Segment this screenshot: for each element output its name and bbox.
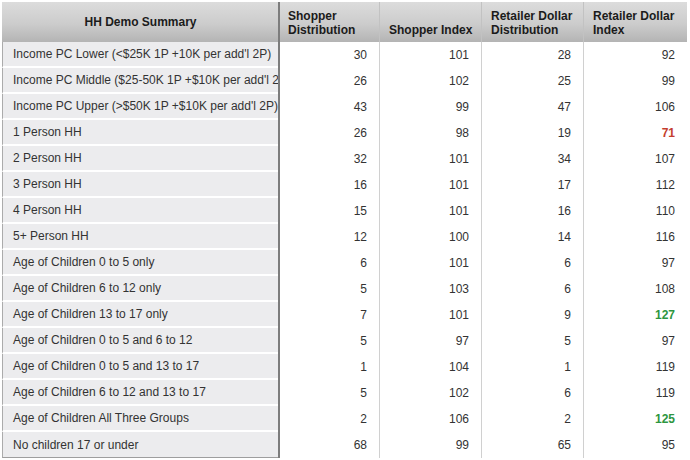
cell-shopper-distribution: 6 xyxy=(279,250,379,276)
table-row: Age of Children 0 to 5 and 6 to 12597597 xyxy=(2,328,687,354)
cell-retailer-dollar-distribution: 5 xyxy=(481,328,583,354)
cell-shopper-index: 101 xyxy=(379,198,481,224)
cell-shopper-distribution: 43 xyxy=(279,94,379,120)
cell-shopper-index: 99 xyxy=(379,432,481,458)
cell-retailer-dollar-distribution: 9 xyxy=(481,302,583,328)
table-row: 5+ Person HH1210014116 xyxy=(2,224,687,250)
cell-retailer-dollar-distribution: 25 xyxy=(481,68,583,94)
table-body: Income PC Lower (<$25K 1P +10K per add'l… xyxy=(2,42,687,458)
cell-shopper-index: 104 xyxy=(379,354,481,380)
column-header-hh-demo-summary: HH Demo Summary xyxy=(2,2,279,42)
cell-shopper-distribution: 2 xyxy=(279,406,379,432)
row-label: 3 Person HH xyxy=(2,172,279,198)
cell-retailer-dollar-distribution: 6 xyxy=(481,380,583,406)
cell-shopper-distribution: 16 xyxy=(279,172,379,198)
table-row: Age of Children 0 to 5 only6101697 xyxy=(2,250,687,276)
cell-retailer-dollar-index: 108 xyxy=(583,276,687,302)
cell-retailer-dollar-distribution: 28 xyxy=(481,42,583,68)
cell-shopper-index: 103 xyxy=(379,276,481,302)
row-label: 1 Person HH xyxy=(2,120,279,146)
cell-shopper-distribution: 5 xyxy=(279,276,379,302)
cell-shopper-distribution: 7 xyxy=(279,302,379,328)
row-label: Age of Children 0 to 5 and 13 to 17 xyxy=(2,354,279,380)
cell-retailer-dollar-index: 107 xyxy=(583,146,687,172)
cell-shopper-distribution: 12 xyxy=(279,224,379,250)
cell-retailer-dollar-index: 119 xyxy=(583,354,687,380)
cell-shopper-index: 101 xyxy=(379,172,481,198)
cell-shopper-index: 101 xyxy=(379,302,481,328)
cell-retailer-dollar-distribution: 6 xyxy=(481,250,583,276)
cell-retailer-dollar-index: 71 xyxy=(583,120,687,146)
row-label: 4 Person HH xyxy=(2,198,279,224)
cell-retailer-dollar-index: 92 xyxy=(583,42,687,68)
row-label: Income PC Upper (>$50K 1P +$10K per add'… xyxy=(2,94,279,120)
table-row: Income PC Middle ($25-50K 1P +$10K per a… xyxy=(2,68,687,94)
cell-shopper-index: 101 xyxy=(379,250,481,276)
cell-retailer-dollar-distribution: 14 xyxy=(481,224,583,250)
cell-retailer-dollar-index: 112 xyxy=(583,172,687,198)
row-label: No children 17 or under xyxy=(2,432,279,458)
column-header-shopper-index: Shopper Index xyxy=(379,2,481,42)
cell-retailer-dollar-index: 97 xyxy=(583,250,687,276)
cell-shopper-index: 100 xyxy=(379,224,481,250)
column-divider xyxy=(278,2,280,458)
cell-shopper-distribution: 5 xyxy=(279,328,379,354)
cell-shopper-index: 101 xyxy=(379,42,481,68)
cell-shopper-index: 101 xyxy=(379,146,481,172)
cell-retailer-dollar-distribution: 16 xyxy=(481,198,583,224)
table-row: Age of Children 13 to 17 only71019127 xyxy=(2,302,687,328)
cell-shopper-index: 106 xyxy=(379,406,481,432)
cell-shopper-distribution: 32 xyxy=(279,146,379,172)
cell-shopper-distribution: 15 xyxy=(279,198,379,224)
cell-shopper-distribution: 26 xyxy=(279,120,379,146)
cell-shopper-index: 99 xyxy=(379,94,481,120)
table-row: Age of Children All Three Groups21062125 xyxy=(2,406,687,432)
table-header-row: HH Demo Summary Shopper Distribution Sho… xyxy=(2,2,687,42)
cell-shopper-distribution: 26 xyxy=(279,68,379,94)
cell-retailer-dollar-index: 99 xyxy=(583,68,687,94)
table-row: 4 Person HH1510116110 xyxy=(2,198,687,224)
hh-demo-summary-table: HH Demo Summary Shopper Distribution Sho… xyxy=(2,2,687,458)
cell-retailer-dollar-index: 125 xyxy=(583,406,687,432)
cell-retailer-dollar-distribution: 17 xyxy=(481,172,583,198)
cell-shopper-index: 97 xyxy=(379,328,481,354)
row-label: Age of Children 0 to 5 and 6 to 12 xyxy=(2,328,279,354)
row-label: Income PC Middle ($25-50K 1P +$10K per a… xyxy=(2,68,279,94)
row-label: Age of Children 0 to 5 only xyxy=(2,250,279,276)
row-label: Age of Children All Three Groups xyxy=(2,406,279,432)
table-row: Age of Children 6 to 12 and 13 to 175102… xyxy=(2,380,687,406)
column-header-retailer-dollar-distribution: Retailer Dollar Distribution xyxy=(481,2,583,42)
table-row: Income PC Upper (>$50K 1P +$10K per add'… xyxy=(2,94,687,120)
table-row: 2 Person HH3210134107 xyxy=(2,146,687,172)
row-label: Age of Children 6 to 12 and 13 to 17 xyxy=(2,380,279,406)
cell-shopper-distribution: 1 xyxy=(279,354,379,380)
cell-retailer-dollar-index: 106 xyxy=(583,94,687,120)
cell-retailer-dollar-distribution: 34 xyxy=(481,146,583,172)
cell-retailer-dollar-distribution: 47 xyxy=(481,94,583,120)
cell-retailer-dollar-distribution: 65 xyxy=(481,432,583,458)
cell-retailer-dollar-index: 119 xyxy=(583,380,687,406)
table-row: Age of Children 6 to 12 only51036108 xyxy=(2,276,687,302)
row-label: Income PC Lower (<$25K 1P +10K per add'l… xyxy=(2,42,279,68)
column-header-shopper-distribution: Shopper Distribution xyxy=(279,2,379,42)
table-row: 1 Person HH26981971 xyxy=(2,120,687,146)
table-row: Income PC Lower (<$25K 1P +10K per add'l… xyxy=(2,42,687,68)
cell-shopper-index: 102 xyxy=(379,68,481,94)
cell-retailer-dollar-index: 127 xyxy=(583,302,687,328)
cell-retailer-dollar-distribution: 2 xyxy=(481,406,583,432)
row-label: 5+ Person HH xyxy=(2,224,279,250)
cell-retailer-dollar-index: 97 xyxy=(583,328,687,354)
table-row: 3 Person HH1610117112 xyxy=(2,172,687,198)
cell-retailer-dollar-distribution: 1 xyxy=(481,354,583,380)
cell-retailer-dollar-distribution: 19 xyxy=(481,120,583,146)
table-row: No children 17 or under68996595 xyxy=(2,432,687,458)
row-label: 2 Person HH xyxy=(2,146,279,172)
cell-shopper-distribution: 5 xyxy=(279,380,379,406)
cell-shopper-index: 98 xyxy=(379,120,481,146)
column-header-retailer-dollar-index: Retailer Dollar Index xyxy=(583,2,687,42)
row-label: Age of Children 13 to 17 only xyxy=(2,302,279,328)
table-row: Age of Children 0 to 5 and 13 to 1711041… xyxy=(2,354,687,380)
cell-shopper-distribution: 68 xyxy=(279,432,379,458)
cell-retailer-dollar-index: 116 xyxy=(583,224,687,250)
cell-shopper-index: 102 xyxy=(379,380,481,406)
